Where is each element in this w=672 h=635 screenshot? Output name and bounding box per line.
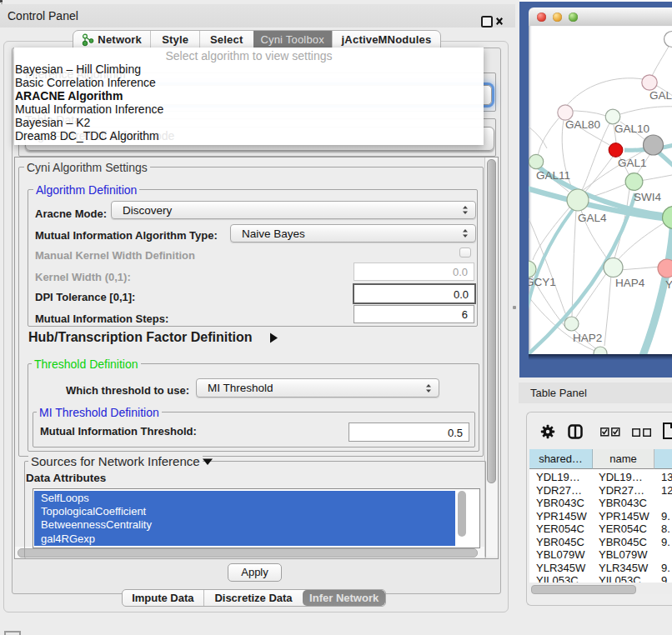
svg-text:HAP2: HAP2 xyxy=(573,332,602,344)
svg-text:GAL1: GAL1 xyxy=(618,157,647,169)
svg-text:GAL: GAL xyxy=(649,89,672,102)
svg-text:Y: Y xyxy=(665,278,672,291)
svg-text:GAL11: GAL11 xyxy=(536,169,570,182)
svg-text:HAP4: HAP4 xyxy=(615,277,645,289)
svg-text:SWI4: SWI4 xyxy=(634,191,661,203)
svg-text:GAL10: GAL10 xyxy=(614,122,649,135)
svg-text:GAL4: GAL4 xyxy=(578,212,607,224)
svg-text:GAL80: GAL80 xyxy=(565,118,600,131)
svg-text:GCY1: GCY1 xyxy=(529,276,556,288)
